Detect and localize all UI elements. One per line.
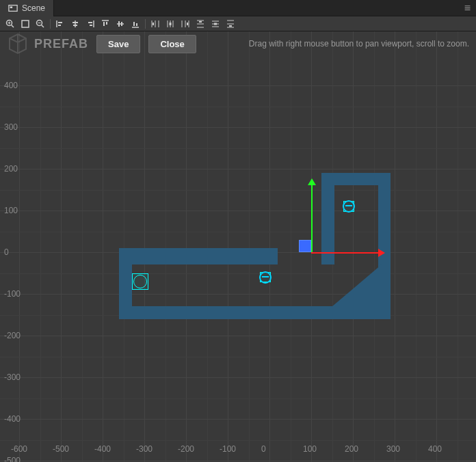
align-center-h-icon[interactable] bbox=[68, 17, 83, 31]
prefab-logo: PREFAB bbox=[7, 33, 88, 55]
align-right-icon[interactable] bbox=[83, 17, 98, 31]
distribute-right-icon[interactable] bbox=[178, 17, 193, 31]
separator bbox=[145, 19, 146, 29]
zoom-in-icon[interactable] bbox=[3, 17, 18, 31]
svg-rect-17 bbox=[88, 22, 92, 23]
distribute-top-icon[interactable] bbox=[193, 17, 208, 31]
align-bottom-icon[interactable] bbox=[128, 17, 143, 31]
tab-bar: Scene ≡ bbox=[0, 0, 476, 16]
svg-rect-27 bbox=[136, 23, 137, 26]
close-button[interactable]: Close bbox=[148, 35, 196, 53]
x-tick-label: 200 bbox=[345, 444, 358, 462]
y-tick-label: -100 bbox=[4, 289, 21, 299]
svg-rect-31 bbox=[153, 23, 154, 25]
tab-label: Scene bbox=[22, 3, 45, 13]
svg-rect-51 bbox=[229, 25, 232, 27]
level-block[interactable] bbox=[328, 173, 391, 185]
svg-rect-35 bbox=[170, 23, 172, 25]
distribute-left-icon[interactable] bbox=[148, 17, 163, 31]
distribute-bottom-icon[interactable] bbox=[223, 17, 238, 31]
enemy-2[interactable] bbox=[260, 272, 270, 282]
y-tick-label: -400 bbox=[4, 414, 21, 424]
y-tick-label: -300 bbox=[4, 372, 21, 382]
separator bbox=[50, 19, 51, 29]
svg-rect-26 bbox=[133, 22, 135, 26]
zoom-fit-icon[interactable] bbox=[18, 17, 33, 31]
svg-rect-18 bbox=[90, 25, 92, 26]
x-tick-label: 100 bbox=[303, 444, 317, 462]
svg-line-8 bbox=[42, 25, 44, 27]
level-block[interactable] bbox=[119, 248, 131, 319]
x-tick-label: -100 bbox=[220, 444, 236, 462]
x-tick-label: -300 bbox=[136, 444, 153, 462]
prefab-label: PREFAB bbox=[34, 37, 88, 51]
svg-rect-15 bbox=[73, 25, 77, 26]
y-tick-label: 100 bbox=[4, 206, 18, 215]
viewport[interactable]: -600-500-400-300-200-1000100200300400400… bbox=[0, 31, 476, 462]
x-tick-label: 400 bbox=[428, 444, 442, 462]
svg-rect-1 bbox=[10, 6, 13, 8]
svg-rect-12 bbox=[58, 25, 61, 26]
level-block[interactable] bbox=[321, 173, 334, 264]
enemy-1[interactable] bbox=[343, 201, 354, 211]
svg-rect-47 bbox=[214, 23, 217, 25]
level-block[interactable] bbox=[119, 248, 278, 264]
gizmo-y-axis[interactable] bbox=[311, 184, 313, 252]
distribute-center-h-icon[interactable] bbox=[163, 17, 178, 31]
svg-rect-43 bbox=[199, 21, 202, 23]
align-left-icon[interactable] bbox=[53, 17, 68, 31]
y-tick-label: 200 bbox=[4, 164, 18, 174]
gizmo-x-axis[interactable] bbox=[311, 252, 380, 254]
y-tick-label: 300 bbox=[4, 122, 18, 132]
x-tick-label: 300 bbox=[386, 444, 400, 462]
player[interactable] bbox=[132, 273, 148, 290]
prefab-cube-icon bbox=[7, 33, 29, 55]
distribute-center-v-icon[interactable] bbox=[208, 17, 223, 31]
y-tick-label: -500 bbox=[4, 456, 21, 462]
svg-rect-23 bbox=[118, 21, 120, 27]
grid: -600-500-400-300-200-1000100200300400400… bbox=[0, 31, 476, 462]
level-block[interactable] bbox=[328, 264, 382, 310]
x-tick-label: -400 bbox=[94, 444, 111, 462]
x-tick-label: -200 bbox=[178, 444, 194, 462]
zoom-out-icon[interactable] bbox=[33, 17, 48, 31]
viewport-hint: Drag with right mouse button to pan view… bbox=[249, 39, 469, 49]
panel-menu-icon[interactable]: ≡ bbox=[459, 2, 476, 14]
save-button[interactable]: Save bbox=[96, 35, 140, 53]
y-tick-label: -200 bbox=[4, 331, 21, 340]
svg-line-3 bbox=[12, 25, 14, 27]
svg-rect-14 bbox=[72, 22, 78, 23]
toolbar bbox=[0, 16, 476, 31]
svg-rect-21 bbox=[106, 22, 107, 25]
align-top-icon[interactable] bbox=[98, 17, 113, 31]
y-tick-label: 0 bbox=[4, 247, 9, 257]
svg-rect-39 bbox=[187, 23, 188, 25]
svg-rect-20 bbox=[103, 22, 105, 26]
tab-scene[interactable]: Scene bbox=[0, 0, 54, 16]
svg-rect-11 bbox=[58, 22, 62, 23]
x-tick-label: 0 bbox=[261, 444, 266, 462]
prefab-header: PREFAB Save Close Drag with right mouse … bbox=[0, 31, 476, 56]
svg-rect-6 bbox=[22, 21, 29, 27]
align-center-v-icon[interactable] bbox=[113, 17, 128, 31]
y-tick-label: 400 bbox=[4, 81, 18, 90]
scene-icon bbox=[8, 3, 18, 13]
x-tick-label: -500 bbox=[53, 444, 69, 462]
gizmo-origin[interactable] bbox=[299, 240, 311, 252]
svg-rect-24 bbox=[121, 22, 122, 26]
